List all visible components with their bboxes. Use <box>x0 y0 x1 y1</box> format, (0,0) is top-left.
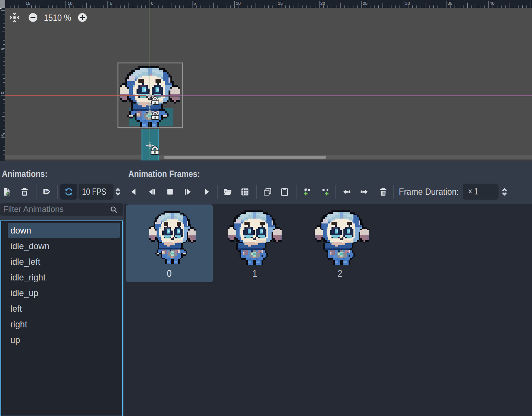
svg-text:-5: -5 <box>0 48 5 52</box>
svg-text:-5: -5 <box>109 1 112 6</box>
svg-text:5: 5 <box>0 134 5 137</box>
svg-text:10: 10 <box>236 1 241 6</box>
svg-text:-15: -15 <box>24 1 31 6</box>
svg-text:20: 20 <box>320 1 325 6</box>
svg-text:35: 35 <box>448 1 452 6</box>
svg-text:25: 25 <box>363 1 368 6</box>
svg-text:0: 0 <box>0 92 5 94</box>
svg-text:5: 5 <box>193 1 196 6</box>
svg-text:-10: -10 <box>66 1 73 6</box>
svg-text:15: 15 <box>278 1 283 6</box>
svg-text:A: A <box>44 190 47 194</box>
svg-text:40: 40 <box>490 1 494 6</box>
svg-text:30: 30 <box>405 1 410 6</box>
svg-text:0: 0 <box>151 1 153 6</box>
svg-text:1510 %: 1510 % <box>44 13 71 23</box>
